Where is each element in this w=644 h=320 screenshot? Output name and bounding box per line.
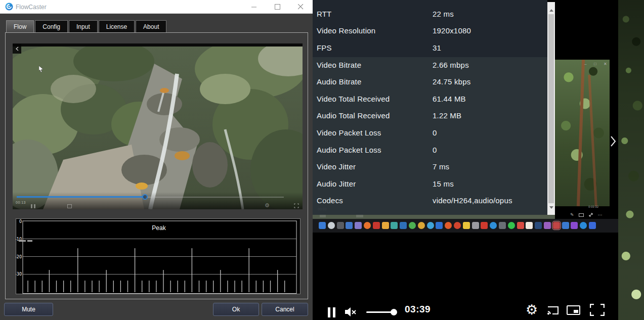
taskbar-app-icon — [580, 222, 587, 229]
maximize-button[interactable] — [271, 2, 284, 12]
taskbar-app-icon — [364, 222, 371, 229]
playback-time: 03:39 — [405, 304, 431, 315]
stat-value: 15 ms — [433, 179, 454, 188]
flow-tab-content: 00:13 ⚙ — [5, 32, 308, 299]
svg-text:-20: -20 — [16, 255, 22, 259]
stat-value: video/H264,audio/opus — [433, 196, 512, 205]
waterfall-scene — [13, 43, 303, 209]
stat-row: Video Jitter7 ms — [313, 158, 547, 175]
mini-window-toolbar: ✎ ⋯ — [570, 211, 616, 218]
tab-flow[interactable]: Flow — [6, 20, 34, 33]
tab-input[interactable]: Input — [69, 20, 98, 33]
mini-close-icon: ✕ — [604, 62, 607, 66]
flowcaster-window: FlowCaster FlowConfigInputLicenseAbout — [0, 0, 313, 320]
svg-text:-30: -30 — [16, 272, 22, 277]
stat-value: 31 — [433, 43, 441, 52]
preview-timestamp: 00:13 — [16, 201, 26, 204]
stat-label: Audio Bitrate — [317, 77, 361, 86]
taskbar-app-icon — [409, 222, 416, 229]
stat-label: Audio Packet Loss — [317, 145, 381, 154]
preview-shade — [13, 192, 303, 209]
taskbar-app-icon — [436, 222, 443, 229]
taskbar-app-icon — [490, 222, 497, 229]
preview-pause-icon — [31, 204, 35, 208]
cancel-button[interactable]: Cancel — [262, 303, 308, 316]
scrollbar-up-icon[interactable] — [549, 9, 553, 12]
close-button[interactable] — [294, 2, 307, 12]
tree-trunk — [588, 75, 597, 206]
taskbar-app-icon — [544, 222, 551, 229]
app-logo-icon — [5, 3, 13, 11]
preview-progress-track[interactable] — [17, 197, 284, 198]
stats-scrollbar[interactable] — [547, 2, 555, 215]
stat-label: Audio Jitter — [317, 179, 356, 188]
ok-button[interactable]: Ok — [213, 303, 259, 316]
taskbar-app-icon — [328, 222, 335, 229]
video-preview: 00:13 ⚙ — [13, 43, 303, 209]
taskbar-app-icon — [454, 222, 461, 229]
pause-button[interactable] — [328, 307, 335, 317]
preview-settings-icon: ⚙ — [265, 202, 270, 209]
stat-label: FPS — [317, 43, 332, 52]
frame-icon — [579, 213, 584, 217]
settings-gear-icon[interactable]: ⚙ — [526, 302, 538, 317]
captured-taskbar — [313, 219, 618, 233]
stat-label: Video Bitrate — [317, 60, 361, 69]
next-chevron-icon[interactable] — [609, 134, 617, 148]
mini-minimize-icon: – — [584, 62, 586, 66]
title-bar: FlowCaster — [0, 0, 313, 14]
stat-row: RTT22 ms — [313, 5, 547, 22]
taskbar-app-icon — [427, 222, 434, 229]
taskbar-app-icon — [562, 222, 569, 229]
taskbar-app-icon — [499, 222, 506, 229]
window-title: FlowCaster — [16, 4, 47, 11]
volume-knob[interactable] — [391, 309, 397, 315]
audio-peak-meter: Peak 0-10-20-30 — [16, 218, 300, 294]
taskbar-app-icon — [355, 222, 362, 229]
background-video-strip — [618, 0, 644, 320]
scrollbar-down-icon[interactable] — [549, 206, 553, 209]
stat-row: Audio Bitrate24.75 kbps — [313, 73, 547, 90]
back-chevron-icon[interactable] — [13, 44, 21, 54]
taskbar-app-icon — [472, 222, 479, 229]
stat-label: Video Jitter — [317, 162, 356, 171]
stat-row: Video Total Received61.44 MB — [313, 90, 547, 107]
taskbar-app-icon — [346, 222, 353, 229]
preview-fullscreen-icon — [294, 203, 299, 208]
taskbar-app-icon — [418, 222, 425, 229]
taskbar-app-icon — [391, 222, 398, 229]
captured-mini-window: – □ ✕ 0:03:32 ✎ ⋯ — [555, 57, 616, 219]
stat-label: Video Resolution — [317, 26, 375, 35]
stat-row: Audio Total Received1.22 MB — [313, 107, 547, 124]
more-icon: ⋯ — [598, 212, 603, 217]
mini-maximize-icon: □ — [594, 62, 596, 66]
scrollbar-thumb[interactable] — [548, 14, 554, 203]
stat-value: 1.22 MB — [433, 111, 461, 120]
muted-speaker-icon[interactable] — [345, 306, 357, 317]
fullscreen-icon[interactable] — [590, 304, 605, 316]
taskbar-app-icon — [481, 222, 488, 229]
picture-in-picture-icon[interactable] — [567, 305, 581, 315]
taskbar-app-icon — [319, 222, 326, 229]
taskbar-app-icon — [517, 222, 524, 229]
taskbar-app-icon — [589, 222, 596, 229]
cast-icon[interactable] — [546, 305, 560, 316]
stat-value: 1920x1080 — [433, 26, 471, 35]
taskbar-app-icon — [400, 222, 407, 229]
dialog-body: FlowConfigInputLicenseAbout — [0, 14, 313, 320]
mini-window-timestamp: 0:03:32 — [588, 205, 598, 208]
stat-row: Video Resolution1920x1080 — [313, 22, 547, 39]
stat-row: Video Packet Loss0 — [313, 124, 547, 141]
mute-button[interactable]: Mute — [4, 303, 53, 316]
pencil-icon: ✎ — [570, 212, 574, 217]
taskbar-app-icon — [508, 222, 515, 229]
tab-config[interactable]: Config — [35, 20, 68, 33]
tab-bar: FlowConfigInputLicenseAbout — [6, 20, 166, 33]
taskbar-app-icon — [526, 222, 533, 229]
preview-stop-icon — [67, 204, 72, 208]
stat-row: FPS31 — [313, 39, 547, 56]
tree-image — [555, 60, 610, 206]
tab-license[interactable]: License — [99, 20, 135, 33]
minimize-button[interactable] — [247, 2, 261, 12]
tab-about[interactable]: About — [136, 20, 166, 33]
